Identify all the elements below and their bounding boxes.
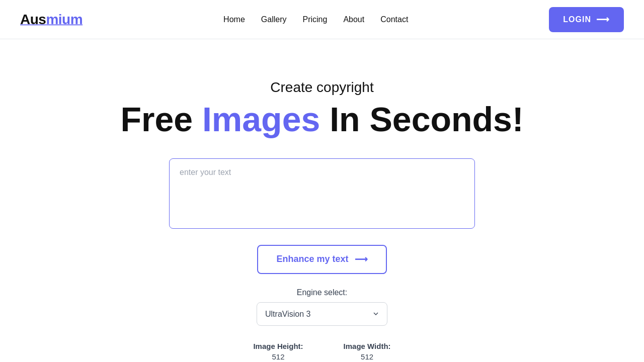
enhance-button-label: Enhance my text: [276, 254, 348, 264]
hero-subtitle: Create copyright: [270, 79, 373, 96]
hero-headline: Free Images In Seconds!: [120, 101, 523, 138]
engine-select[interactable]: UltraVision 3 UltraVision 2 UltraVision …: [257, 302, 387, 326]
nav-item-gallery[interactable]: Gallery: [261, 15, 287, 24]
engine-section: Engine select: UltraVision 3 UltraVision…: [257, 288, 387, 326]
navbar: Ausmium Home Gallery Pricing About Conta…: [0, 0, 644, 39]
nav-item-home[interactable]: Home: [223, 15, 245, 24]
headline-highlight: Images: [202, 100, 320, 138]
image-width-section: Image Width: 512: [344, 342, 391, 361]
headline-suffix: In Seconds!: [320, 100, 523, 138]
headline-prefix: Free: [120, 100, 202, 138]
arrow-right-icon: ⟶: [596, 14, 610, 25]
logo-suffix: mium: [46, 12, 83, 27]
text-input[interactable]: [169, 158, 475, 229]
logo-prefix: Aus: [20, 12, 46, 27]
nav-item-contact[interactable]: Contact: [380, 15, 408, 24]
login-label: LOGIN: [563, 15, 591, 24]
enhance-arrow-icon: ⟶: [355, 254, 368, 265]
nav-item-pricing[interactable]: Pricing: [302, 15, 327, 24]
nav-links: Home Gallery Pricing About Contact: [223, 15, 408, 24]
enhance-button[interactable]: Enhance my text ⟶: [257, 245, 386, 274]
image-width-label: Image Width:: [344, 342, 391, 350]
login-button[interactable]: LOGIN ⟶: [549, 7, 624, 32]
image-height-section: Image Height: 512: [253, 342, 303, 361]
image-height-label: Image Height:: [253, 342, 303, 350]
dimensions-row: Image Height: 512 Image Width: 512: [253, 342, 390, 361]
image-height-value: 512: [272, 352, 284, 361]
image-width-value: 512: [361, 352, 373, 361]
main-content: Create copyright Free Images In Seconds!…: [0, 39, 644, 361]
logo[interactable]: Ausmium: [20, 12, 83, 28]
nav-item-about[interactable]: About: [343, 15, 364, 24]
engine-label: Engine select:: [297, 288, 348, 297]
